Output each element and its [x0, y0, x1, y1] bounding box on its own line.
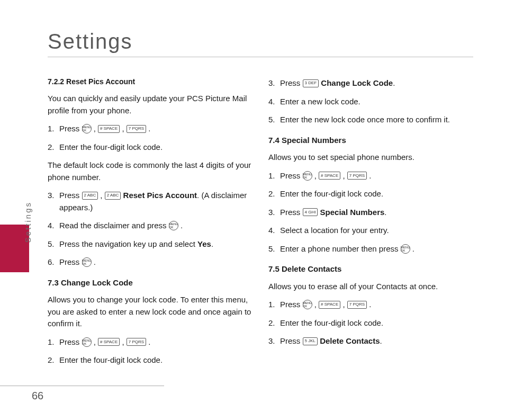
step-7-4-1: 1. Press MENU OK , # SPACE , 7 PQRS .: [268, 170, 473, 182]
key-7-icon: 7 PQRS: [347, 301, 367, 309]
step-7-4-5: 5. Enter a phone number then press MENU …: [268, 243, 473, 255]
content-columns: 7.2.2 Reset Pics Account You can quickly…: [48, 73, 473, 373]
key-7-icon: 7 PQRS: [127, 125, 146, 133]
step-7-5-3: 3. Press 5 JKL Delete Contacts.: [268, 335, 473, 347]
key-menu-ok-icon: MENU OK: [303, 171, 312, 181]
step-7-2-2-6: 6. Press MENU OK .: [48, 256, 252, 269]
key-hash-icon: # SPACE: [319, 301, 340, 309]
step-7-2-2-2: 2. Enter the four-digit lock code.: [48, 141, 252, 154]
key-menu-ok-icon: MENU OK: [169, 221, 178, 230]
intro-7-4: Allows you to set special phone numbers.: [268, 151, 473, 164]
step-7-2-2-1: 1. Press MENU OK , # SPACE , 7 PQRS .: [48, 123, 252, 135]
heading-7-3: 7.3 Change Lock Code: [48, 277, 252, 289]
heading-7-4: 7.4 Special Numbers: [268, 135, 473, 147]
key-7-icon: 7 PQRS: [347, 172, 367, 180]
key-5-icon: 5 JKL: [303, 337, 318, 345]
side-tab-label: Settings: [23, 201, 32, 243]
left-column: 7.2.2 Reset Pics Account You can quickly…: [48, 73, 252, 373]
step-7-2-2-4: 4. Read the disclaimer and press MENU OK…: [48, 220, 252, 232]
step-7-3-2: 2. Enter the four-digit lock code.: [48, 354, 252, 367]
key-menu-ok-icon: MENU OK: [82, 337, 92, 347]
step-7-3-5: 5. Enter the new lock code once more to …: [268, 114, 473, 126]
key-4-icon: 4 GHI: [303, 208, 318, 216]
key-hash-icon: # SPACE: [98, 338, 120, 346]
key-2-icon: 2 ABC: [82, 192, 98, 200]
step-7-2-2-5: 5. Press the navigation key up and selec…: [48, 238, 252, 251]
step-7-5-1: 1. Press MENU OK , # SPACE , 7 PQRS .: [268, 299, 473, 311]
step-7-5-2: 2. Enter the four-digit lock code.: [268, 317, 473, 329]
heading-7-2-2: 7.2.2 Reset Pics Account: [48, 76, 252, 87]
key-3-icon: 3 DEF: [303, 79, 319, 87]
key-hash-icon: # SPACE: [98, 125, 120, 133]
footer-rule: [0, 386, 164, 386]
step-7-4-2: 2. Enter the four-digit lock code.: [268, 188, 473, 200]
step-7-3-4: 4. Enter a new lock code.: [268, 96, 473, 108]
step-7-4-3: 3. Press 4 GHI Special Numbers.: [268, 207, 473, 219]
key-menu-ok-icon: MENU OK: [82, 124, 92, 133]
right-column: 3. Press 3 DEF Change Lock Code. 4. Ente…: [268, 73, 473, 373]
step-7-3-3: 3. Press 3 DEF Change Lock Code.: [268, 77, 473, 90]
step-7-4-4: 4. Select a location for your entry.: [268, 225, 473, 237]
page-number: 66: [32, 390, 43, 402]
heading-7-5: 7.5 Delete Contacts: [268, 263, 473, 275]
key-menu-ok-icon: MENU OK: [82, 257, 92, 267]
key-7-icon: 7 PQRS: [127, 338, 146, 346]
key-2-icon: 2 ABC: [105, 192, 121, 200]
key-menu-ok-icon: MENU OK: [401, 244, 410, 254]
intro-7-3: Allows you to change your lock code. To …: [48, 294, 252, 330]
intro-7-2-2: You can quickly and easily update your P…: [48, 93, 252, 117]
step-7-3-1: 1. Press MENU OK , # SPACE , 7 PQRS .: [48, 336, 252, 348]
title-rule: [48, 57, 473, 57]
key-menu-ok-icon: MENU OK: [303, 300, 312, 309]
manual-page: Settings Settings 7.2.2 Reset Pics Accou…: [0, 0, 505, 420]
key-hash-icon: # SPACE: [319, 172, 340, 180]
page-title: Settings: [48, 30, 473, 53]
step-7-2-2-2-note: The default lock code is commonly the la…: [48, 159, 252, 183]
intro-7-5: Allows you to erase all of your Contacts…: [268, 281, 473, 293]
step-7-2-2-3: 3. Press 2 ABC , 2 ABC Reset Pics Accoun…: [48, 190, 252, 213]
